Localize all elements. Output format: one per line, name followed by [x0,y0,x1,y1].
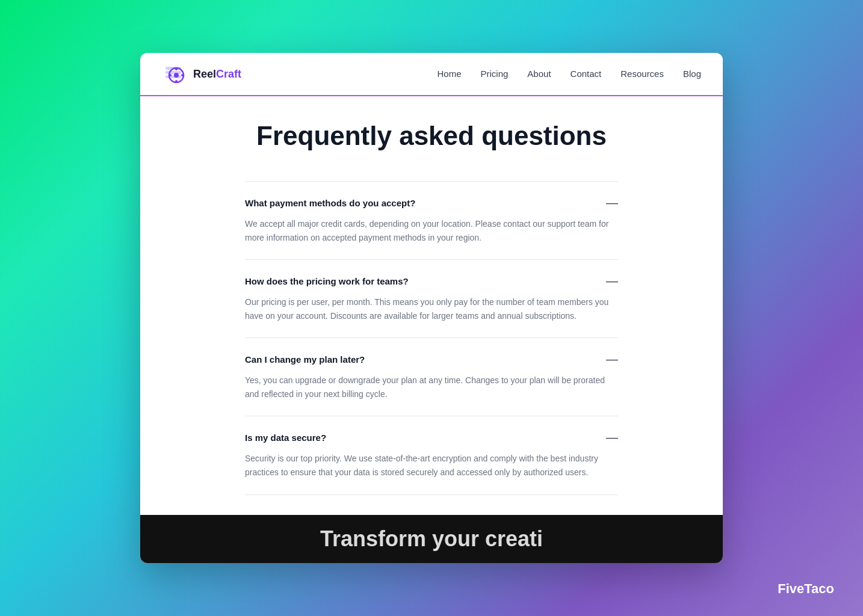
nav-item-home[interactable]: Home [437,69,461,79]
faq-toggle-2: — [606,353,618,366]
faq-question-row-3[interactable]: Is my data secure? — [245,431,618,445]
nav-item-resources[interactable]: Resources [620,69,664,79]
fivetaco-watermark: FiveTaco [778,581,834,597]
svg-point-7 [169,74,172,76]
faq-question-row-2[interactable]: Can I change my plan later? — [245,353,618,366]
logo-text: ReelCraft [193,68,241,81]
svg-point-8 [181,74,184,76]
faq-question-2: Can I change my plan later? [245,354,365,365]
svg-point-4 [174,73,179,78]
faq-question-row-1[interactable]: How does the pricing work for teams? — [245,274,618,288]
faq-toggle-0: — [606,196,618,210]
faq-item-2: Can I change my plan later? — Yes, you c… [245,338,618,416]
faq-question-1: How does the pricing work for teams? [245,276,409,286]
nav-item-pricing[interactable]: Pricing [481,69,509,79]
nav-item-contact[interactable]: Contact [571,69,602,79]
nav-item-about[interactable]: About [527,69,551,79]
browser-window: ReelCraft Home Pricing About Contact Res… [140,53,723,563]
faq-answer-3: Security is our top priority. We use sta… [245,452,618,479]
faq-toggle-1: — [606,274,618,288]
faq-question-3: Is my data secure? [245,433,326,443]
svg-point-5 [175,68,178,70]
faq-toggle-3: — [606,431,618,445]
faq-answer-1: Our pricing is per user, per month. This… [245,295,618,323]
faq-section: Frequently asked questions What payment … [233,96,630,515]
footer-partial-text: Transform your creati [320,526,543,552]
svg-point-6 [175,80,178,82]
faq-item-1: How does the pricing work for teams? — O… [245,260,618,338]
faq-item-3: Is my data secure? — Security is our top… [245,416,618,494]
faq-question-row-0[interactable]: What payment methods do you accept? — [245,196,618,210]
main-content: Frequently asked questions What payment … [140,96,723,515]
logo[interactable]: ReelCraft [162,61,241,87]
nav-links: Home Pricing About Contact Resources Blo… [437,69,701,79]
faq-title: Frequently asked questions [245,120,618,152]
faq-question-0: What payment methods do you accept? [245,198,415,208]
logo-icon [162,61,188,87]
faq-item-0: What payment methods do you accept? — We… [245,181,618,260]
svg-rect-2 [165,75,181,78]
nav-item-blog[interactable]: Blog [683,69,701,79]
faq-answer-0: We accept all major credit cards, depend… [245,217,618,245]
navbar: ReelCraft Home Pricing About Contact Res… [140,53,723,96]
svg-rect-1 [165,71,181,74]
footer-bar: Transform your creati [140,515,723,563]
faq-answer-2: Yes, you can upgrade or downgrade your p… [245,374,618,401]
